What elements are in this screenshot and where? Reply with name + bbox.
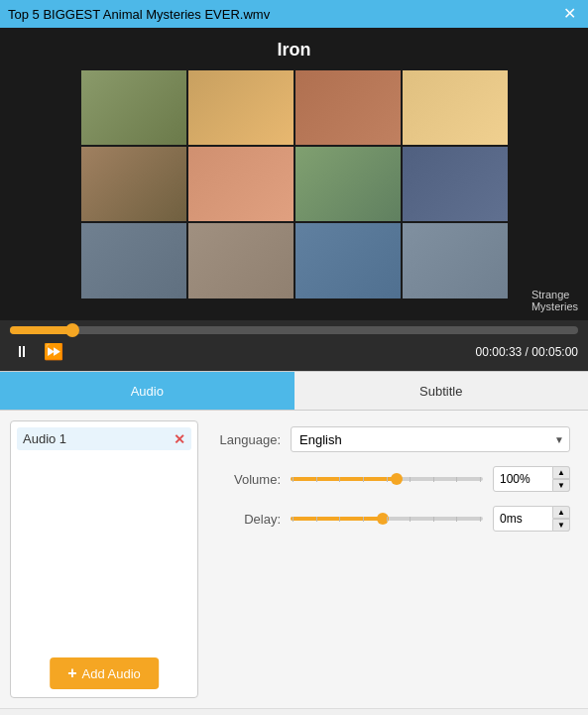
delay-decrement-button[interactable]: ▼ — [552, 519, 570, 532]
audio-list-panel: Audio 1 ✕ + Add Audio — [10, 420, 198, 698]
audio-item-label: Audio 1 — [23, 431, 66, 446]
player-controls: ⏸ ⏩ 00:00:33 / 00:05:00 — [0, 320, 588, 371]
controls-row: ⏸ ⏩ 00:00:33 / 00:05:00 — [10, 340, 578, 363]
volume-ticks — [291, 477, 483, 482]
mosaic-cell — [81, 223, 186, 298]
delay-row: Delay: — [216, 506, 570, 532]
language-row: Language: English French German Spanish … — [216, 426, 570, 452]
audio-item: Audio 1 ✕ — [17, 427, 191, 450]
mosaic-cell — [188, 223, 294, 298]
mosaic-cell — [403, 223, 508, 298]
video-mosaic — [81, 70, 508, 298]
video-title: Iron — [0, 40, 588, 60]
volume-input-wrapper: ▲ ▼ — [493, 466, 570, 492]
volume-slider-container[interactable] — [291, 469, 483, 489]
delay-ticks — [291, 517, 483, 522]
time-separator: / — [522, 345, 531, 359]
language-select-wrapper: English French German Spanish Japanese C… — [291, 426, 570, 452]
tabs: Audio Subtitle — [0, 372, 588, 411]
volume-spinners: ▲ ▼ — [552, 466, 570, 492]
mosaic-cell — [81, 70, 186, 145]
mosaic-cell — [403, 70, 508, 145]
controls-left: ⏸ ⏩ — [10, 340, 67, 363]
volume-label: Volume: — [216, 472, 281, 487]
mosaic-cell — [295, 147, 401, 221]
progress-fill — [10, 326, 72, 334]
plus-icon: + — [67, 664, 76, 682]
video-area: Iron StrangeMysteries — [0, 28, 588, 320]
mosaic-cell — [403, 147, 508, 221]
language-select[interactable]: English French German Spanish Japanese C… — [291, 426, 570, 452]
remove-audio-button[interactable]: ✕ — [174, 432, 185, 446]
mosaic-cell — [188, 70, 294, 145]
volume-increment-button[interactable]: ▲ — [552, 466, 570, 479]
add-audio-button[interactable]: + Add Audio — [50, 657, 159, 689]
delay-input-wrapper: ▲ ▼ — [493, 506, 570, 532]
add-audio-label: Add Audio — [82, 666, 141, 681]
settings-panel: Language: English French German Spanish … — [208, 420, 578, 698]
delay-spinners: ▲ ▼ — [552, 506, 570, 532]
mosaic-cell — [295, 223, 401, 298]
current-time: 00:00:33 — [476, 345, 523, 359]
pause-button[interactable]: ⏸ — [10, 341, 34, 363]
mosaic-cell — [81, 147, 186, 221]
tab-audio[interactable]: Audio — [0, 372, 294, 410]
progress-bar[interactable] — [10, 326, 578, 334]
total-time: 00:05:00 — [531, 345, 578, 359]
bottom-panel: Audio Subtitle Audio 1 ✕ + Add Audio Lan… — [0, 371, 588, 715]
title-bar: Top 5 BIGGEST Animal Mysteries EVER.wmv … — [0, 0, 588, 28]
watermark: StrangeMysteries — [531, 289, 578, 312]
volume-decrement-button[interactable]: ▼ — [552, 479, 570, 492]
window-title: Top 5 BIGGEST Animal Mysteries EVER.wmv — [8, 7, 270, 22]
time-display: 00:00:33 / 00:05:00 — [476, 345, 578, 359]
delay-increment-button[interactable]: ▲ — [552, 506, 570, 519]
tab-subtitle[interactable]: Subtitle — [294, 372, 589, 410]
close-button[interactable]: ✕ — [559, 4, 580, 24]
fast-forward-button[interactable]: ⏩ — [40, 340, 67, 363]
delay-label: Delay: — [216, 512, 281, 527]
delay-slider-container[interactable] — [291, 509, 483, 529]
volume-row: Volume: — [216, 466, 570, 492]
mosaic-cell — [295, 70, 401, 145]
progress-thumb[interactable] — [65, 323, 79, 337]
mosaic-cell — [188, 147, 294, 221]
language-label: Language: — [216, 432, 281, 447]
tab-content: Audio 1 ✕ + Add Audio Language: English … — [0, 411, 588, 708]
action-buttons: Apply Restore Cancel — [0, 708, 588, 715]
